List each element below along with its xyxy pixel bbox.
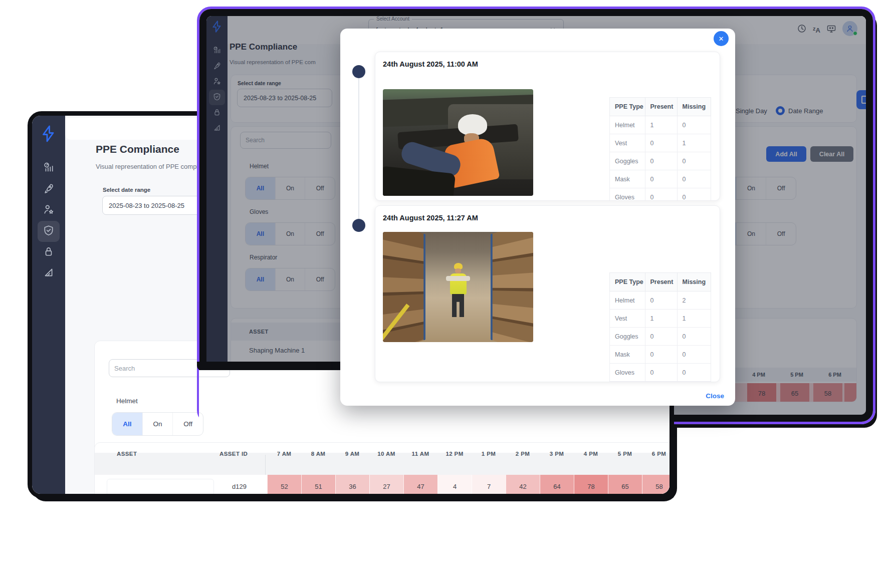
asset-name-cell [107,479,214,494]
sidebar-item-rocket[interactable] [38,179,60,200]
ppe-table-cell: Helmet [610,291,645,310]
ppe-table-row: Helmet10 [610,116,711,134]
warehouse-worker-photo [383,232,533,342]
column-header: 3 PM [540,443,574,465]
filter-label: Helmet [116,397,138,405]
filter-option-all[interactable]: All [112,413,143,435]
timeline-entry: 24th August 2025, 11:00 AMPPE TypePresen… [340,52,735,201]
ppe-table-row: Goggles00 [610,152,711,170]
page-title: PPE Compliance [96,143,179,155]
ppe-table-cell: Gloves [610,364,645,382]
ppe-table-cell: Vest [610,310,645,328]
ppe-table-cell: 1 [645,310,677,328]
sidebar-item-shield-check[interactable] [38,221,60,242]
asset-id-cell: d129 [232,475,247,494]
close-icon[interactable]: ✕ [714,31,729,46]
ppe-table-cell: 2 [677,291,711,310]
column-header: 11 AM [403,443,437,465]
event-timestamp: 24th August 2025, 11:27 AM [383,214,478,222]
ppe-table-header: Present [645,273,677,291]
sidebar-item-lock[interactable] [38,242,60,263]
sidebar-item-person-star[interactable] [38,200,60,221]
ppe-table-row: Gloves00 [610,364,711,382]
ppe-table-cell: Goggles [610,328,645,346]
column-header: 8 AM [301,443,335,465]
ppe-table-cell: 0 [645,188,677,201]
ppe-table-cell: 0 [677,152,711,170]
ppe-table-cell: Mask [610,346,645,364]
sidebar-item-ruler[interactable] [38,263,60,284]
ppe-table-cell: 0 [645,134,677,152]
ppe-events-modal: 24th August 2025, 11:00 AMPPE TypePresen… [340,29,735,406]
filter-segmented-control: AllOnOff [112,412,203,436]
metrics-gauge-icon [43,162,54,175]
event-card: 24th August 2025, 11:27 AMPPE TypePresen… [375,205,720,382]
ppe-table-cell: Vest [610,134,645,152]
ppe-table-cell: 0 [645,382,677,383]
ppe-table-cell: 0 [677,170,711,188]
shield-check-icon [43,225,54,238]
sidebar [32,116,65,494]
column-header: ASSET [117,443,197,465]
ppe-table-header: PPE Type [610,98,645,116]
ppe-compliance-table: PPE TypePresentMissingHelmet10Vest01Gogg… [609,97,711,201]
ppe-table-header: PPE Type [610,273,645,291]
ppe-table-cell: Helmet [610,116,645,134]
person-star-icon [43,204,54,217]
ppe-table-cell: 0 [677,328,711,346]
ppe-table-cell: 0 [645,152,677,170]
column-header: 1 PM [472,443,506,465]
ppe-table-cell: Face [610,382,645,383]
ppe-table-cell: 0 [677,364,711,382]
ppe-compliance-table: PPE TypePresentMissingHelmet02Vest11Gogg… [609,272,711,382]
ppe-table-row: Gloves00 [610,188,711,201]
ppe-table-cell: 0 [677,188,711,201]
column-header: ASSET ID [219,443,265,465]
heatmap-cell: 4 [437,475,472,494]
sidebar-nav [32,158,65,284]
rocket-icon [43,183,54,196]
heatmap-cell: 52 [267,475,301,494]
column-header: 6 PM [642,443,670,465]
column-header: 10 AM [369,443,403,465]
ppe-table-cell: 0 [645,364,677,382]
ppe-table-cell: 1 [677,134,711,152]
machine-shop-worker-photo [383,89,533,196]
ppe-table-cell: 1 [645,116,677,134]
event-timestamp: 24th August 2025, 11:00 AM [383,60,478,68]
canvas: PPE Compliance Visual representation of … [0,0,889,588]
sidebar-item-metrics-gauge[interactable] [38,158,60,179]
ruler-icon [43,267,54,280]
ppe-table-cell: 0 [645,170,677,188]
heatmap-cell: 42 [506,475,540,494]
ppe-table-row: Vest01 [610,134,711,152]
close-link[interactable]: Close [706,392,724,400]
heatmap-cell: 51 [301,475,335,494]
ppe-table-row: Mask00 [610,346,711,364]
ppe-table-cell: 0 [645,328,677,346]
ppe-table-row: Goggles00 [610,328,711,346]
column-header: 4 PM [574,443,608,465]
ppe-table-row: Vest11 [610,310,711,328]
ppe-table-cell: Gloves [610,188,645,201]
ppe-table-row: Face00 [610,382,711,383]
column-header: 2 PM [506,443,540,465]
column-header: 7 AM [267,443,301,465]
ppe-table-cell: 1 [677,310,711,328]
heatmap-cell: 7 [472,475,506,494]
lock-icon [43,246,54,259]
heatmap-cell: 65 [608,475,642,494]
column-header: 9 AM [335,443,369,465]
timeline-dot [352,219,365,232]
column-header: 5 PM [608,443,642,465]
date-range-value: 2025-08-23 to 2025-08-25 [109,202,184,209]
ppe-table-cell: 0 [645,346,677,364]
heatmap-cell: 58 [642,475,670,494]
heatmap-cell: 78 [574,475,608,494]
filter-option-on[interactable]: On [143,413,173,435]
ppe-table-row: Mask00 [610,170,711,188]
event-card: 24th August 2025, 11:00 AMPPE TypePresen… [375,52,720,201]
timeline-dot [352,65,365,78]
ppe-table-header: Present [645,98,677,116]
app-logo [32,125,65,145]
